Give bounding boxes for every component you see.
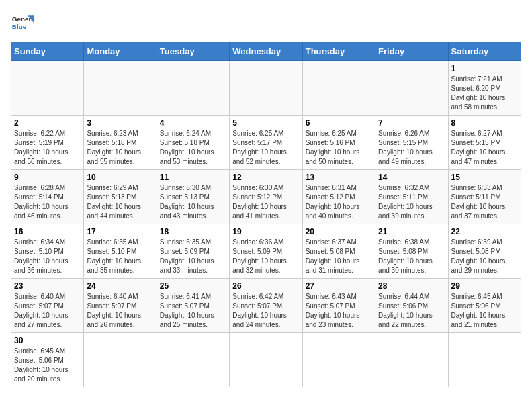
calendar-day-cell <box>157 61 229 116</box>
calendar-day-cell: 2Sunrise: 6:22 AM Sunset: 5:19 PM Daylig… <box>11 116 84 170</box>
day-info: Sunrise: 6:43 AM Sunset: 5:07 PM Dayligh… <box>306 292 372 330</box>
day-number: 14 <box>378 173 445 182</box>
day-number: 4 <box>160 118 226 128</box>
calendar-week-row: 1Sunrise: 7:21 AM Sunset: 6:20 PM Daylig… <box>11 61 521 116</box>
day-info: Sunrise: 6:23 AM Sunset: 5:18 PM Dayligh… <box>87 129 153 167</box>
calendar-day-cell: 7Sunrise: 6:26 AM Sunset: 5:15 PM Daylig… <box>375 116 448 170</box>
day-of-week-header: Friday <box>375 42 448 61</box>
calendar-day-cell: 23Sunrise: 6:40 AM Sunset: 5:07 PM Dayli… <box>11 279 84 333</box>
calendar-day-cell: 22Sunrise: 6:39 AM Sunset: 5:08 PM Dayli… <box>448 224 521 279</box>
calendar-day-cell <box>302 333 375 387</box>
calendar-day-cell: 15Sunrise: 6:33 AM Sunset: 5:11 PM Dayli… <box>448 170 521 224</box>
day-number: 18 <box>160 227 226 236</box>
day-number: 27 <box>306 281 372 291</box>
day-number: 17 <box>87 227 153 236</box>
day-info: Sunrise: 6:22 AM Sunset: 5:19 PM Dayligh… <box>14 129 81 167</box>
calendar-day-cell: 5Sunrise: 6:25 AM Sunset: 5:17 PM Daylig… <box>230 116 302 170</box>
day-info: Sunrise: 6:29 AM Sunset: 5:13 PM Dayligh… <box>87 183 153 221</box>
calendar-day-cell: 19Sunrise: 6:36 AM Sunset: 5:09 PM Dayli… <box>230 224 302 279</box>
calendar-day-cell: 4Sunrise: 6:24 AM Sunset: 5:18 PM Daylig… <box>157 116 229 170</box>
day-number: 29 <box>451 281 518 291</box>
day-info: Sunrise: 6:45 AM Sunset: 5:06 PM Dayligh… <box>14 347 81 384</box>
calendar-day-cell <box>157 333 229 387</box>
calendar-day-cell: 3Sunrise: 6:23 AM Sunset: 5:18 PM Daylig… <box>84 116 157 170</box>
day-info: Sunrise: 6:26 AM Sunset: 5:15 PM Dayligh… <box>378 129 445 167</box>
calendar-table: SundayMondayTuesdayWednesdayThursdayFrid… <box>11 42 521 387</box>
day-number: 10 <box>87 173 153 182</box>
day-info: Sunrise: 7:21 AM Sunset: 6:20 PM Dayligh… <box>451 75 518 112</box>
calendar-day-cell: 11Sunrise: 6:30 AM Sunset: 5:13 PM Dayli… <box>157 170 229 224</box>
day-number: 12 <box>232 173 299 182</box>
day-info: Sunrise: 6:25 AM Sunset: 5:16 PM Dayligh… <box>306 129 372 167</box>
day-number: 5 <box>232 118 299 128</box>
day-info: Sunrise: 6:38 AM Sunset: 5:08 PM Dayligh… <box>378 238 445 275</box>
days-of-week-row: SundayMondayTuesdayWednesdayThursdayFrid… <box>11 42 521 61</box>
day-info: Sunrise: 6:24 AM Sunset: 5:18 PM Dayligh… <box>160 129 226 167</box>
day-number: 8 <box>451 118 518 128</box>
day-number: 1 <box>451 64 518 73</box>
calendar-day-cell: 24Sunrise: 6:40 AM Sunset: 5:07 PM Dayli… <box>84 279 157 333</box>
calendar-day-cell <box>375 333 448 387</box>
day-number: 13 <box>306 173 372 182</box>
svg-text:Blue: Blue <box>12 23 27 30</box>
day-info: Sunrise: 6:35 AM Sunset: 5:09 PM Dayligh… <box>160 238 226 275</box>
day-number: 3 <box>87 118 153 128</box>
calendar-day-cell: 12Sunrise: 6:30 AM Sunset: 5:12 PM Dayli… <box>230 170 302 224</box>
day-of-week-header: Saturday <box>448 42 521 61</box>
day-of-week-header: Thursday <box>302 42 375 61</box>
day-number: 28 <box>378 281 445 291</box>
calendar-week-row: 23Sunrise: 6:40 AM Sunset: 5:07 PM Dayli… <box>11 279 521 333</box>
calendar-day-cell <box>302 61 375 116</box>
calendar-day-cell: 28Sunrise: 6:44 AM Sunset: 5:06 PM Dayli… <box>375 279 448 333</box>
day-number: 11 <box>160 173 226 182</box>
calendar-day-cell <box>375 61 448 116</box>
calendar-day-cell <box>84 333 157 387</box>
day-info: Sunrise: 6:44 AM Sunset: 5:06 PM Dayligh… <box>378 292 445 330</box>
calendar-day-cell: 16Sunrise: 6:34 AM Sunset: 5:10 PM Dayli… <box>11 224 84 279</box>
day-number: 30 <box>14 336 81 345</box>
day-number: 7 <box>378 118 445 128</box>
day-info: Sunrise: 6:30 AM Sunset: 5:12 PM Dayligh… <box>232 183 299 221</box>
calendar-day-cell: 6Sunrise: 6:25 AM Sunset: 5:16 PM Daylig… <box>302 116 375 170</box>
day-number: 20 <box>306 227 372 236</box>
day-info: Sunrise: 6:40 AM Sunset: 5:07 PM Dayligh… <box>14 292 81 330</box>
calendar-day-cell <box>11 61 84 116</box>
day-of-week-header: Monday <box>84 42 157 61</box>
day-info: Sunrise: 6:28 AM Sunset: 5:14 PM Dayligh… <box>14 183 81 221</box>
logo: General Blue <box>11 11 35 35</box>
calendar-day-cell: 21Sunrise: 6:38 AM Sunset: 5:08 PM Dayli… <box>375 224 448 279</box>
day-number: 2 <box>14 118 81 128</box>
calendar-day-cell <box>230 333 302 387</box>
day-number: 25 <box>160 281 226 291</box>
day-number: 21 <box>378 227 445 236</box>
calendar-week-row: 2Sunrise: 6:22 AM Sunset: 5:19 PM Daylig… <box>11 116 521 170</box>
day-info: Sunrise: 6:36 AM Sunset: 5:09 PM Dayligh… <box>232 238 299 275</box>
calendar-day-cell: 9Sunrise: 6:28 AM Sunset: 5:14 PM Daylig… <box>11 170 84 224</box>
day-number: 9 <box>14 173 81 182</box>
calendar-day-cell: 1Sunrise: 7:21 AM Sunset: 6:20 PM Daylig… <box>448 61 521 116</box>
calendar-day-cell: 26Sunrise: 6:42 AM Sunset: 5:07 PM Dayli… <box>230 279 302 333</box>
calendar-day-cell: 18Sunrise: 6:35 AM Sunset: 5:09 PM Dayli… <box>157 224 229 279</box>
day-info: Sunrise: 6:37 AM Sunset: 5:08 PM Dayligh… <box>306 238 372 275</box>
day-info: Sunrise: 6:34 AM Sunset: 5:10 PM Dayligh… <box>14 238 81 275</box>
day-info: Sunrise: 6:42 AM Sunset: 5:07 PM Dayligh… <box>232 292 299 330</box>
calendar-day-cell: 20Sunrise: 6:37 AM Sunset: 5:08 PM Dayli… <box>302 224 375 279</box>
calendar-week-row: 30Sunrise: 6:45 AM Sunset: 5:06 PM Dayli… <box>11 333 521 387</box>
day-of-week-header: Tuesday <box>157 42 229 61</box>
day-number: 26 <box>232 281 299 291</box>
calendar-header: SundayMondayTuesdayWednesdayThursdayFrid… <box>11 42 521 61</box>
calendar-week-row: 16Sunrise: 6:34 AM Sunset: 5:10 PM Dayli… <box>11 224 521 279</box>
day-info: Sunrise: 6:32 AM Sunset: 5:11 PM Dayligh… <box>378 183 445 221</box>
calendar-day-cell: 17Sunrise: 6:35 AM Sunset: 5:10 PM Dayli… <box>84 224 157 279</box>
day-info: Sunrise: 6:40 AM Sunset: 5:07 PM Dayligh… <box>87 292 153 330</box>
generalblue-logo-icon: General Blue <box>11 11 35 35</box>
calendar-day-cell: 30Sunrise: 6:45 AM Sunset: 5:06 PM Dayli… <box>11 333 84 387</box>
day-info: Sunrise: 6:25 AM Sunset: 5:17 PM Dayligh… <box>232 129 299 167</box>
day-info: Sunrise: 6:33 AM Sunset: 5:11 PM Dayligh… <box>451 183 518 221</box>
day-number: 6 <box>306 118 372 128</box>
calendar-day-cell: 10Sunrise: 6:29 AM Sunset: 5:13 PM Dayli… <box>84 170 157 224</box>
day-of-week-header: Wednesday <box>230 42 302 61</box>
day-number: 15 <box>451 173 518 182</box>
day-info: Sunrise: 6:39 AM Sunset: 5:08 PM Dayligh… <box>451 238 518 275</box>
day-info: Sunrise: 6:30 AM Sunset: 5:13 PM Dayligh… <box>160 183 226 221</box>
